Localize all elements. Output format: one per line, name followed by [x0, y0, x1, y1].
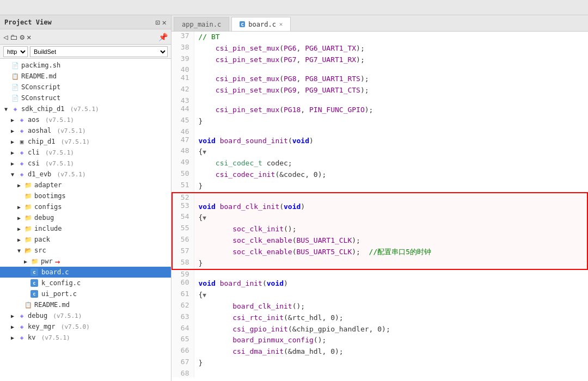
- folder-icon[interactable]: 🗀: [10, 33, 17, 41]
- code-line-67: }: [194, 358, 587, 369]
- buildset-select[interactable]: BuildSet: [30, 46, 168, 57]
- code-text: ,: [301, 106, 309, 114]
- tree-item-configs[interactable]: ▶ 📁 configs: [0, 201, 171, 212]
- tree-item-bootimgs[interactable]: 📁 bootimgs: [0, 190, 171, 201]
- code-text: ,: [297, 44, 305, 52]
- tab-app-main-c[interactable]: app_main.c: [174, 17, 229, 31]
- fold-arrow[interactable]: ▼: [203, 149, 206, 156]
- line-num-59: 59: [172, 269, 194, 278]
- label-pack: pack: [34, 236, 50, 243]
- code-editor[interactable]: 37// BT38 csi_pin_set_mux(PG6, PG6_UART1…: [171, 32, 588, 381]
- tree-item-chip-d1[interactable]: ▶ ▣ chip_d1 (v7.5.1): [0, 136, 171, 147]
- keyword: void: [199, 279, 216, 287]
- function-name: board_sound_init: [220, 137, 288, 145]
- tree-item-d1-evb[interactable]: ▼ ◈ d1_evb (v7.5.1): [0, 169, 171, 180]
- code-line-56: soc_clk_enable(BUS_UART1_CLK);: [194, 235, 587, 247]
- tree-item-ui-port-c[interactable]: c ui_port.c: [0, 288, 171, 299]
- label-sdk-chip-d1: sdk_chip_d1 (v7.5.1): [21, 105, 99, 113]
- macro-name: PG8_UART1_RTS: [305, 75, 360, 83]
- tree-item-readme-root[interactable]: 📋 README.md: [0, 71, 171, 82]
- label-readme-root: README.md: [21, 72, 57, 80]
- pin-icon[interactable]: 📌: [158, 33, 168, 41]
- tree-item-pack[interactable]: ▶ 📁 pack: [0, 234, 171, 245]
- tree-item-pwr[interactable]: ▶ 📁 pwr →: [0, 256, 171, 267]
- line-num-44: 44: [172, 105, 194, 116]
- macro-name: PIN_FUNC_GPIO: [309, 106, 365, 114]
- arrow-d1-evb: ▼: [11, 171, 17, 177]
- code-text: }: [199, 117, 203, 125]
- code-text: ,: [297, 75, 305, 83]
- macro-name: BUS_UART1_CLK: [297, 236, 352, 244]
- folder-icon-debug: 📁: [24, 213, 33, 222]
- folder-icon-src: 📂: [24, 246, 33, 255]
- settings-icon[interactable]: ✕: [27, 33, 31, 41]
- tree-item-adapter[interactable]: ▶ 📁 adapter: [0, 180, 171, 190]
- label-cli: cli (v7.5.1): [28, 149, 74, 156]
- code-line-46: [194, 127, 587, 136]
- tree-item-include[interactable]: ▶ 📁 include: [0, 223, 171, 234]
- tree-item-aoshal[interactable]: ▶ ◈ aoshal (v7.5.1): [0, 125, 171, 136]
- fold-arrow[interactable]: ▼: [203, 292, 206, 299]
- left-panel: Project View ⊡ ✕ ◁ 🗀 ⚙ ✕ 📌 http BuildSet: [0, 15, 171, 381]
- function-name: csi_pin_set_mux: [216, 75, 279, 83]
- line-num-40: 40: [172, 65, 194, 73]
- navigate-back-icon[interactable]: ◁: [3, 33, 8, 41]
- code-line-64: csi_gpio_init(&chip_gpio_handler, 0);: [194, 324, 587, 335]
- package-icon-aos: ◈: [17, 115, 26, 124]
- refresh-icon[interactable]: ⚙: [20, 33, 24, 41]
- line-num-66: 66: [172, 346, 194, 358]
- http-select[interactable]: http: [3, 46, 28, 57]
- fold-arrow[interactable]: ▼: [203, 214, 206, 222]
- macro-name: PG18: [284, 106, 301, 114]
- tree-item-sconstruct[interactable]: 📄 SConstruct: [0, 93, 171, 103]
- code-line-63: csi_rtc_init(&rtc_hdl, 0);: [194, 312, 587, 324]
- line-num-60: 60: [172, 278, 194, 290]
- tree-item-sdk-chip-d1[interactable]: ▼ ◈ sdk_chip_d1 (v7.5.1): [0, 103, 171, 114]
- restore-icon[interactable]: ⊡: [155, 18, 160, 27]
- tab-label-app-main-c: app_main.c: [182, 21, 221, 28]
- tree-item-debug[interactable]: ▶ 📁 debug: [0, 212, 171, 223]
- code-text: [199, 325, 233, 333]
- macro-name: PG7_UART1_RX: [305, 56, 356, 64]
- macro-name: PG6_UART1_TX: [305, 44, 356, 52]
- label-board-c: board.c: [41, 268, 69, 276]
- code-text: [216, 279, 220, 287]
- line-num-47: 47: [172, 136, 194, 147]
- tree-item-csi[interactable]: ▶ ◈ csi (v7.5.1): [0, 158, 171, 169]
- label-bootimgs: bootimgs: [34, 192, 66, 200]
- code-line-44: csi_pin_set_mux(PG18, PIN_FUNC_GPIO);: [194, 105, 587, 116]
- tree-item-readme-d1[interactable]: 📋 README.md: [0, 299, 171, 310]
- tree-item-board-c[interactable]: c board.c: [0, 267, 171, 278]
- line-num-41: 41: [172, 73, 194, 85]
- tree-item-cli[interactable]: ▶ ◈ cli (v7.5.1): [0, 147, 171, 158]
- tree-item-k-config-c[interactable]: c k_config.c: [0, 278, 171, 288]
- package-icon-key-mgr: ◈: [17, 322, 26, 331]
- code-text: [199, 336, 233, 344]
- tree-container: 📄 packimg.sh 📋 README.md 📄 SConscript: [0, 59, 171, 381]
- code-line-40: [194, 65, 587, 73]
- tree-item-key-mgr[interactable]: ▶ ◈ key_mgr (v7.5.0): [0, 321, 171, 332]
- label-pwr: pwr: [41, 257, 53, 265]
- tree-item-sconscript[interactable]: 📄 SConscript: [0, 82, 171, 93]
- tree-item-debug-pkg[interactable]: ▶ ◈ debug (v7.5.1): [0, 310, 171, 321]
- tree-item-aos[interactable]: ▶ ◈ aos (v7.5.1): [0, 114, 171, 125]
- code-text: [199, 347, 233, 355]
- keyword: void: [267, 279, 284, 287]
- line-num-39: 39: [172, 54, 194, 66]
- tree-item-src[interactable]: ▼ 📂 src: [0, 245, 171, 256]
- function-name: soc_clk_init: [232, 225, 284, 233]
- line-num-38: 38: [172, 43, 194, 54]
- code-text: (&codec, 0);: [275, 170, 326, 179]
- tab-label-board-c: board.c: [248, 21, 276, 28]
- close-icon[interactable]: ✕: [162, 18, 167, 27]
- arrow-debug: ▶: [17, 215, 24, 221]
- code-line-52: [194, 193, 587, 201]
- tree-item-kv[interactable]: ▶ ◈ kv (v7.5.1): [0, 332, 171, 343]
- tab-board-c[interactable]: c board.c ✕: [231, 17, 291, 31]
- function-name: csi_pin_set_mux: [216, 56, 279, 64]
- comment: // BT: [199, 33, 220, 41]
- tab-close-board-c[interactable]: ✕: [279, 21, 283, 28]
- main-layout: Project View ⊡ ✕ ◁ 🗀 ⚙ ✕ 📌 http BuildSet: [0, 15, 588, 381]
- code-text: (&dma_hdl, 0);: [284, 347, 344, 355]
- tree-item-packimg[interactable]: 📄 packimg.sh: [0, 60, 171, 71]
